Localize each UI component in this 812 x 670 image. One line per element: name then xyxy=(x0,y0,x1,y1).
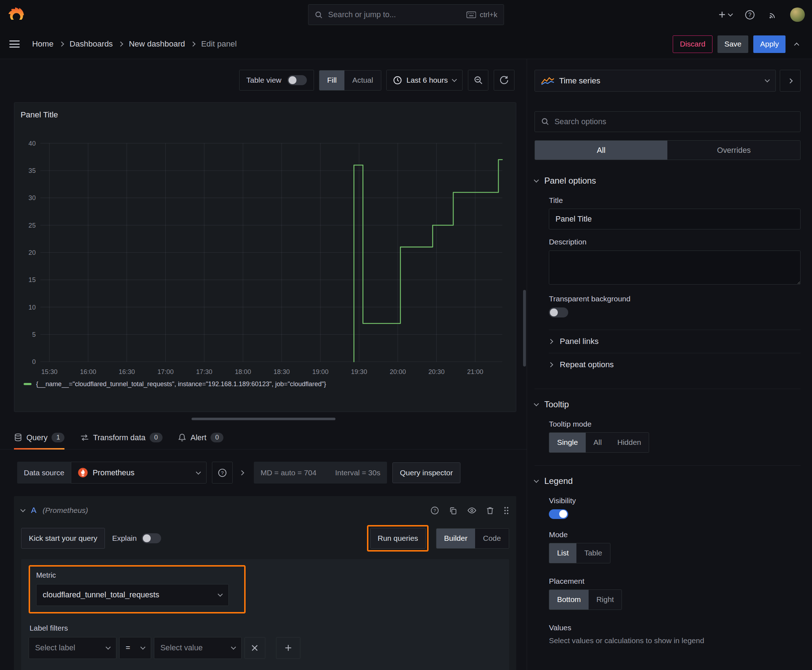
query-options-collapse[interactable] xyxy=(239,470,244,475)
tooltip-body: Tooltip mode Single All Hidden xyxy=(534,409,800,453)
table-view-toggle[interactable] xyxy=(288,75,307,85)
transparent-background-toggle[interactable] xyxy=(549,308,568,317)
zoom-out-button[interactable] xyxy=(468,70,489,91)
duplicate-query-button[interactable] xyxy=(449,506,457,515)
user-avatar[interactable] xyxy=(790,7,805,22)
tab-query[interactable]: Query 1 xyxy=(14,433,64,449)
tooltip-mode-label: Tooltip mode xyxy=(549,420,800,428)
add-button[interactable] xyxy=(714,7,736,23)
legend-placement-bottom[interactable]: Bottom xyxy=(549,590,588,609)
global-search-input[interactable] xyxy=(328,10,461,19)
data-source-help-button[interactable]: ? xyxy=(212,462,233,484)
options-search[interactable] xyxy=(534,111,800,132)
options-tab-overrides[interactable]: Overrides xyxy=(667,140,800,160)
collapse-editor-button[interactable] xyxy=(791,37,803,51)
kick-start-button[interactable]: Kick start your query xyxy=(21,528,105,549)
repeat-options-row[interactable]: Repeat options xyxy=(549,353,800,376)
tooltip-mode-hidden[interactable]: Hidden xyxy=(610,433,649,452)
panel-links-row[interactable]: Panel links xyxy=(549,330,800,353)
legend-header[interactable]: Legend xyxy=(534,476,800,486)
explain-toggle[interactable] xyxy=(142,533,161,543)
time-range-picker[interactable]: Last 6 hours xyxy=(387,70,463,91)
max-data-points: MD = auto = 704 xyxy=(261,469,317,477)
breadcrumb-separator-icon xyxy=(59,42,64,47)
filter-operator-select[interactable]: = xyxy=(119,637,151,659)
toggle-visibility-button[interactable] xyxy=(467,507,476,514)
visualization-picker[interactable]: Time series xyxy=(534,70,776,91)
breadcrumb-home[interactable]: Home xyxy=(32,39,54,49)
delete-query-button[interactable] xyxy=(486,506,494,515)
legend-mode-list[interactable]: List xyxy=(549,543,576,563)
search-icon xyxy=(541,117,549,126)
legend-series-label[interactable]: {__name__="cloudflared_tunnel_total_requ… xyxy=(36,381,326,388)
tooltip-mode-all[interactable]: All xyxy=(586,433,610,452)
metric-select[interactable]: cloudflared_tunnel_total_requests xyxy=(36,584,229,606)
tooltip-mode-group: Single All Hidden xyxy=(549,432,649,453)
code-option[interactable]: Code xyxy=(475,529,509,548)
actual-option[interactable]: Actual xyxy=(344,71,381,90)
add-filter-button[interactable] xyxy=(276,637,300,659)
options-search-input[interactable] xyxy=(554,117,794,126)
panel-description-input[interactable] xyxy=(549,250,800,284)
section-legend: Legend Visibility Mode List Table Placem… xyxy=(534,465,800,645)
chevron-down-icon xyxy=(534,401,539,406)
tab-transform-data[interactable]: Transform data 0 xyxy=(80,433,163,449)
legend-placement-right[interactable]: Right xyxy=(588,590,622,609)
tab-query-label: Query xyxy=(27,433,47,442)
breadcrumb-new-dashboard[interactable]: New dashboard xyxy=(129,39,185,49)
bell-icon xyxy=(178,433,186,442)
breadcrumb-dashboards[interactable]: Dashboards xyxy=(70,39,113,49)
legend-mode-table[interactable]: Table xyxy=(576,543,610,563)
panel-options-header[interactable]: Panel options xyxy=(534,176,800,186)
builder-code-group: Builder Code xyxy=(436,528,509,549)
refresh-button[interactable] xyxy=(494,70,514,91)
visualization-name: Time series xyxy=(559,76,600,86)
query-count-badge: 1 xyxy=(52,433,64,442)
close-icon xyxy=(251,645,258,651)
filter-value-select[interactable]: Select value xyxy=(154,637,242,659)
collapse-options-button[interactable] xyxy=(780,70,800,91)
legend-placement-label: Placement xyxy=(549,577,800,585)
global-search[interactable]: ctrl+k xyxy=(308,4,504,25)
grafana-logo[interactable] xyxy=(7,6,25,24)
legend-visibility-toggle[interactable] xyxy=(549,509,568,519)
legend-values-hint: Select values or calculations to show in… xyxy=(549,636,800,645)
collapse-query-icon[interactable] xyxy=(20,507,25,512)
panel-options-pane: Time series All Overrides xyxy=(527,59,812,670)
menu-toggle-button[interactable] xyxy=(9,41,20,47)
save-button[interactable]: Save xyxy=(717,36,748,53)
legend-values-label: Values xyxy=(549,623,800,632)
drag-handle-icon[interactable] xyxy=(504,506,509,515)
svg-text:21:00: 21:00 xyxy=(467,368,483,376)
panel-title-input[interactable] xyxy=(549,209,800,229)
help-button[interactable]: ? xyxy=(741,5,759,24)
query-inspector-button[interactable]: Query inspector xyxy=(392,462,461,483)
query-help-button[interactable]: ? xyxy=(431,506,439,515)
panel-actions: Discard Save Apply xyxy=(673,36,803,53)
filter-label-select[interactable]: Select label xyxy=(29,637,117,659)
filter-label-placeholder: Select label xyxy=(35,643,75,653)
builder-option[interactable]: Builder xyxy=(436,529,475,548)
run-queries-button[interactable]: Run queries xyxy=(370,528,426,549)
repeat-options-label: Repeat options xyxy=(560,360,614,369)
topnav-actions: ? xyxy=(714,5,805,24)
options-tab-all[interactable]: All xyxy=(535,140,668,160)
horizontal-scrollbar[interactable] xyxy=(192,418,336,420)
tab-alert[interactable]: Alert 0 xyxy=(178,433,224,449)
query-options-summary[interactable]: MD = auto = 704 Interval = 30s xyxy=(254,462,387,484)
news-button[interactable] xyxy=(763,5,782,24)
plus-icon xyxy=(285,644,292,651)
data-source-select[interactable]: Prometheus xyxy=(71,462,207,484)
transparent-background-label: Transparent background xyxy=(549,294,800,303)
apply-button[interactable]: Apply xyxy=(753,36,785,53)
svg-text:15: 15 xyxy=(28,276,36,283)
tooltip-mode-single[interactable]: Single xyxy=(549,433,586,452)
svg-text:20: 20 xyxy=(28,249,36,256)
discard-button[interactable]: Discard xyxy=(673,36,712,53)
remove-filter-button[interactable] xyxy=(244,637,265,659)
tooltip-header[interactable]: Tooltip xyxy=(534,399,800,409)
vertical-scrollbar[interactable] xyxy=(523,290,526,367)
time-range-label: Last 6 hours xyxy=(406,76,448,85)
help-icon: ? xyxy=(745,10,755,20)
fill-option[interactable]: Fill xyxy=(319,71,344,90)
